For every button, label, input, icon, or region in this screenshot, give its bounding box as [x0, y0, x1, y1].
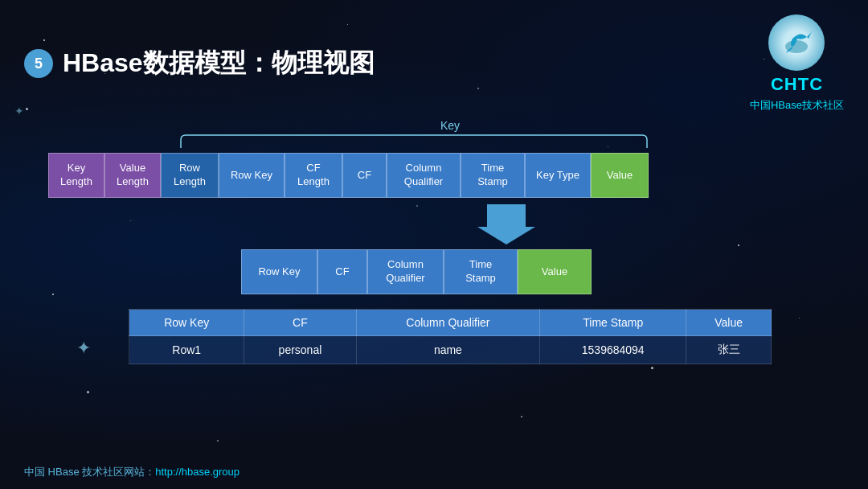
cell-timestamp-physical: TimeStamp [461, 153, 525, 198]
logo-circle [768, 14, 825, 71]
title-area: 5 HBase数据模型：物理视图 [24, 46, 375, 81]
cell-row-length: RowLength [161, 153, 219, 198]
cell-cf-logical: CF [317, 249, 367, 294]
logical-row: Row Key CF ColumnQualifier TimeStamp Val… [241, 249, 844, 294]
footer: 中国 HBase 技术社区网站：http://hbase.group [24, 465, 240, 479]
col-header-rowkey: Row Key [129, 310, 244, 336]
cell-timestamp-logical: TimeStamp [444, 249, 518, 294]
table-row: Row1 personal name 1539684094 张三 [129, 336, 772, 364]
key-label: Key [249, 119, 651, 132]
cell-cf-val: personal [244, 336, 356, 364]
key-brace [173, 134, 655, 150]
step-badge: 5 [24, 49, 53, 78]
cell-rowkey-val: Row1 [129, 336, 244, 364]
svg-marker-1 [477, 204, 535, 244]
cell-timestamp-val: 1539684094 [540, 336, 686, 364]
cell-row-key-physical: Row Key [219, 153, 285, 198]
col-header-value: Value [686, 310, 772, 336]
cell-value-length: ValueLength [104, 153, 161, 198]
data-table: Row Key CF Column Qualifier Time Stamp V… [129, 309, 772, 364]
table-header-row: Row Key CF Column Qualifier Time Stamp V… [129, 310, 772, 336]
brand-subtitle: 中国HBase技术社区 [750, 98, 844, 113]
footer-text: 中国 HBase 技术社区网站： [24, 466, 155, 478]
cell-key-type: Key Type [525, 153, 591, 198]
footer-link[interactable]: http://hbase.group [155, 466, 240, 478]
col-header-timestamp: Time Stamp [540, 310, 686, 336]
data-table-section: Row Key CF Column Qualifier Time Stamp V… [129, 309, 772, 364]
cell-column-qualifier-physical: ColumnQualifier [387, 153, 461, 198]
page-title: HBase数据模型：物理视图 [63, 46, 375, 81]
cell-qualifier-val: name [356, 336, 540, 364]
header: 5 HBase数据模型：物理视图 CHTC 中国HBase技术社区 [24, 14, 844, 113]
dolphin-icon [776, 23, 817, 63]
arrow-down [169, 204, 844, 244]
col-header-qualifier: Column Qualifier [356, 310, 540, 336]
cell-value-val: 张三 [686, 336, 772, 364]
cell-cf-length: CFLength [285, 153, 342, 198]
brand-name: CHTC [771, 74, 823, 95]
cell-key-length: KeyLength [48, 153, 104, 198]
cell-value-physical: Value [591, 153, 649, 198]
logo-area: CHTC 中国HBase技术社区 [750, 14, 844, 113]
cell-column-qualifier-logical: ColumnQualifier [367, 249, 444, 294]
physical-row: KeyLength ValueLength RowLength Row Key … [48, 153, 844, 198]
cell-value-logical: Value [518, 249, 592, 294]
col-header-cf: CF [244, 310, 356, 336]
cell-cf-physical: CF [342, 153, 387, 198]
cell-row-key-logical: Row Key [241, 249, 317, 294]
key-section: Key [24, 119, 844, 150]
